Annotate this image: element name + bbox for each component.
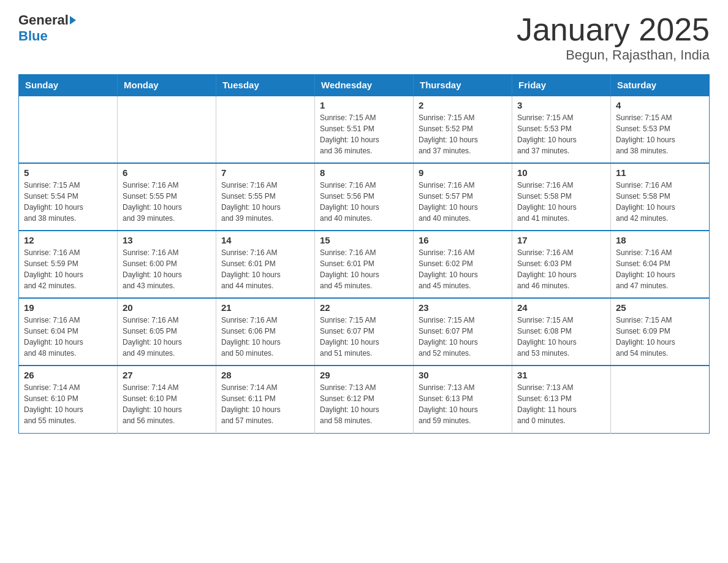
day-number: 29: [320, 370, 408, 380]
day-number: 24: [517, 302, 605, 313]
calendar-cell: [118, 96, 216, 163]
day-number: 12: [24, 235, 112, 245]
day-number: 18: [616, 235, 704, 245]
calendar-week-row: 12Sunrise: 7:16 AMSunset: 5:59 PMDayligh…: [19, 231, 710, 298]
day-info: Sunrise: 7:15 AMSunset: 6:07 PMDaylight:…: [419, 315, 507, 359]
logo-arrow-icon: [70, 16, 76, 25]
calendar-cell: 26Sunrise: 7:14 AMSunset: 6:10 PMDayligh…: [19, 366, 118, 433]
col-header-saturday: Saturday: [611, 75, 710, 96]
day-info: Sunrise: 7:13 AMSunset: 6:13 PMDaylight:…: [419, 382, 507, 426]
day-info: Sunrise: 7:14 AMSunset: 6:10 PMDaylight:…: [24, 382, 112, 426]
day-number: 25: [616, 302, 704, 313]
day-info: Sunrise: 7:16 AMSunset: 6:01 PMDaylight:…: [221, 247, 309, 291]
calendar-week-row: 1Sunrise: 7:15 AMSunset: 5:51 PMDaylight…: [19, 96, 710, 163]
day-info: Sunrise: 7:16 AMSunset: 5:55 PMDaylight:…: [123, 180, 211, 224]
logo-general-text: General: [18, 12, 69, 28]
day-number: 15: [320, 235, 408, 245]
day-info: Sunrise: 7:16 AMSunset: 6:02 PMDaylight:…: [419, 247, 507, 291]
calendar-cell: 1Sunrise: 7:15 AMSunset: 5:51 PMDaylight…: [315, 96, 414, 163]
calendar-title: January 2025: [517, 12, 710, 47]
calendar-cell: [216, 96, 315, 163]
calendar-cell: [611, 366, 710, 433]
day-number: 30: [419, 370, 507, 380]
calendar-week-row: 26Sunrise: 7:14 AMSunset: 6:10 PMDayligh…: [19, 366, 710, 433]
day-info: Sunrise: 7:15 AMSunset: 5:52 PMDaylight:…: [419, 112, 507, 156]
day-number: 4: [616, 100, 704, 110]
day-number: 16: [419, 235, 507, 245]
day-info: Sunrise: 7:16 AMSunset: 5:55 PMDaylight:…: [221, 180, 309, 224]
day-info: Sunrise: 7:15 AMSunset: 6:09 PMDaylight:…: [616, 315, 704, 359]
day-number: 27: [123, 370, 211, 380]
day-number: 9: [419, 167, 507, 178]
day-number: 13: [123, 235, 211, 245]
day-number: 28: [221, 370, 309, 380]
day-info: Sunrise: 7:15 AMSunset: 5:54 PMDaylight:…: [24, 180, 112, 224]
day-number: 10: [517, 167, 605, 178]
day-number: 31: [517, 370, 605, 380]
day-info: Sunrise: 7:15 AMSunset: 5:53 PMDaylight:…: [517, 112, 605, 156]
day-number: 26: [24, 370, 112, 380]
calendar-week-row: 19Sunrise: 7:16 AMSunset: 6:04 PMDayligh…: [19, 298, 710, 366]
calendar-cell: 27Sunrise: 7:14 AMSunset: 6:10 PMDayligh…: [118, 366, 216, 433]
calendar-cell: 31Sunrise: 7:13 AMSunset: 6:13 PMDayligh…: [512, 366, 611, 433]
calendar-cell: 12Sunrise: 7:16 AMSunset: 5:59 PMDayligh…: [19, 231, 118, 298]
calendar-cell: 18Sunrise: 7:16 AMSunset: 6:04 PMDayligh…: [611, 231, 710, 298]
day-number: 19: [24, 302, 112, 313]
day-info: Sunrise: 7:16 AMSunset: 6:05 PMDaylight:…: [123, 315, 211, 359]
calendar-cell: 25Sunrise: 7:15 AMSunset: 6:09 PMDayligh…: [611, 298, 710, 366]
calendar-cell: 28Sunrise: 7:14 AMSunset: 6:11 PMDayligh…: [216, 366, 315, 433]
calendar-cell: 20Sunrise: 7:16 AMSunset: 6:05 PMDayligh…: [118, 298, 216, 366]
calendar-header-row: SundayMondayTuesdayWednesdayThursdayFrid…: [19, 75, 710, 96]
col-header-monday: Monday: [118, 75, 216, 96]
calendar-cell: 19Sunrise: 7:16 AMSunset: 6:04 PMDayligh…: [19, 298, 118, 366]
day-info: Sunrise: 7:16 AMSunset: 6:03 PMDaylight:…: [517, 247, 605, 291]
calendar-table: SundayMondayTuesdayWednesdayThursdayFrid…: [18, 74, 710, 434]
calendar-cell: 16Sunrise: 7:16 AMSunset: 6:02 PMDayligh…: [414, 231, 512, 298]
day-info: Sunrise: 7:14 AMSunset: 6:11 PMDaylight:…: [221, 382, 309, 426]
logo: General Blue: [18, 12, 77, 44]
day-info: Sunrise: 7:16 AMSunset: 6:04 PMDaylight:…: [616, 247, 704, 291]
calendar-cell: 2Sunrise: 7:15 AMSunset: 5:52 PMDaylight…: [414, 96, 512, 163]
day-info: Sunrise: 7:14 AMSunset: 6:10 PMDaylight:…: [123, 382, 211, 426]
calendar-cell: 11Sunrise: 7:16 AMSunset: 5:58 PMDayligh…: [611, 163, 710, 231]
day-number: 2: [419, 100, 507, 110]
day-info: Sunrise: 7:16 AMSunset: 6:04 PMDaylight:…: [24, 315, 112, 359]
day-info: Sunrise: 7:16 AMSunset: 5:57 PMDaylight:…: [419, 180, 507, 224]
col-header-thursday: Thursday: [414, 75, 512, 96]
col-header-friday: Friday: [512, 75, 611, 96]
day-info: Sunrise: 7:16 AMSunset: 6:01 PMDaylight:…: [320, 247, 408, 291]
calendar-cell: 29Sunrise: 7:13 AMSunset: 6:12 PMDayligh…: [315, 366, 414, 433]
day-info: Sunrise: 7:15 AMSunset: 6:08 PMDaylight:…: [517, 315, 605, 359]
day-info: Sunrise: 7:15 AMSunset: 5:51 PMDaylight:…: [320, 112, 408, 156]
calendar-cell: 24Sunrise: 7:15 AMSunset: 6:08 PMDayligh…: [512, 298, 611, 366]
calendar-cell: 5Sunrise: 7:15 AMSunset: 5:54 PMDaylight…: [19, 163, 118, 231]
calendar-cell: 4Sunrise: 7:15 AMSunset: 5:53 PMDaylight…: [611, 96, 710, 163]
calendar-cell: 3Sunrise: 7:15 AMSunset: 5:53 PMDaylight…: [512, 96, 611, 163]
day-info: Sunrise: 7:16 AMSunset: 5:58 PMDaylight:…: [616, 180, 704, 224]
day-number: 6: [123, 167, 211, 178]
day-number: 3: [517, 100, 605, 110]
col-header-tuesday: Tuesday: [216, 75, 315, 96]
day-info: Sunrise: 7:15 AMSunset: 6:07 PMDaylight:…: [320, 315, 408, 359]
day-number: 7: [221, 167, 309, 178]
calendar-cell: 21Sunrise: 7:16 AMSunset: 6:06 PMDayligh…: [216, 298, 315, 366]
calendar-cell: 14Sunrise: 7:16 AMSunset: 6:01 PMDayligh…: [216, 231, 315, 298]
day-info: Sunrise: 7:16 AMSunset: 6:00 PMDaylight:…: [123, 247, 211, 291]
calendar-cell: 7Sunrise: 7:16 AMSunset: 5:55 PMDaylight…: [216, 163, 315, 231]
day-info: Sunrise: 7:13 AMSunset: 6:12 PMDaylight:…: [320, 382, 408, 426]
calendar-cell: 22Sunrise: 7:15 AMSunset: 6:07 PMDayligh…: [315, 298, 414, 366]
day-number: 1: [320, 100, 408, 110]
day-number: 17: [517, 235, 605, 245]
day-number: 11: [616, 167, 704, 178]
day-number: 21: [221, 302, 309, 313]
day-info: Sunrise: 7:13 AMSunset: 6:13 PMDaylight:…: [517, 382, 605, 426]
calendar-cell: 8Sunrise: 7:16 AMSunset: 5:56 PMDaylight…: [315, 163, 414, 231]
day-info: Sunrise: 7:16 AMSunset: 5:59 PMDaylight:…: [24, 247, 112, 291]
logo-blue-text: Blue: [18, 28, 48, 44]
calendar-cell: 6Sunrise: 7:16 AMSunset: 5:55 PMDaylight…: [118, 163, 216, 231]
day-info: Sunrise: 7:16 AMSunset: 5:58 PMDaylight:…: [517, 180, 605, 224]
calendar-cell: 10Sunrise: 7:16 AMSunset: 5:58 PMDayligh…: [512, 163, 611, 231]
day-number: 14: [221, 235, 309, 245]
day-number: 5: [24, 167, 112, 178]
calendar-subtitle: Begun, Rajasthan, India: [517, 47, 710, 63]
